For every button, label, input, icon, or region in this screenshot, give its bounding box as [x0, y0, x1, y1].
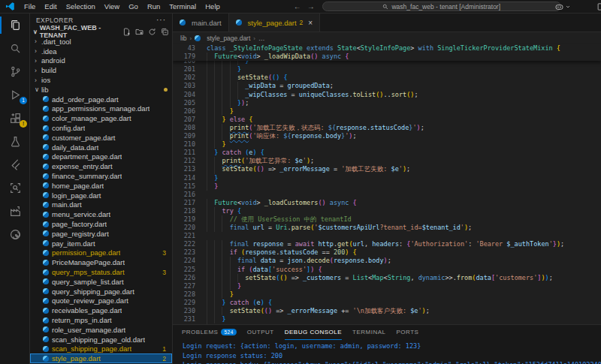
tree-file-scan_shipping_page.dart[interactable]: scan_shipping_page.dart1: [30, 344, 172, 354]
more-actions-icon[interactable]: ···: [156, 16, 166, 24]
code-line[interactable]: 216: [173, 191, 601, 199]
ai-assistant-tab[interactable]: [0, 223, 30, 246]
code-line[interactable]: 209print('响应体: ${response.body}');: [173, 132, 601, 140]
tree-file-role_user_manage.dart[interactable]: role_user_manage.dart: [30, 325, 172, 335]
copilot-menu[interactable]: [554, 2, 571, 12]
refresh-icon[interactable]: [148, 28, 156, 36]
command-center[interactable]: wash_fac_web - tenant [Administrator]: [322, 2, 561, 11]
code-line[interactable]: 231}: [173, 315, 601, 323]
panel-tab-ports[interactable]: PORTS: [396, 325, 418, 340]
code-line[interactable]: 214}: [173, 174, 601, 182]
code-line[interactable]: 223if (response.statusCode == 200) {: [173, 248, 601, 257]
back-icon[interactable]: ←: [294, 2, 301, 11]
tree-file-config.dart[interactable]: config.dart: [30, 123, 172, 133]
tree-file-query_mps_status.dart[interactable]: query_mps_status.dart3: [30, 267, 172, 277]
flutter-tab[interactable]: [0, 153, 30, 176]
source-control-tab[interactable]: [0, 60, 30, 83]
tree-file-page_factory.dart[interactable]: page_factory.dart: [30, 219, 172, 229]
panel-tab-output[interactable]: OUTPUT: [247, 325, 274, 340]
tree-file-expense_entry.dart[interactable]: expense_entry.dart: [30, 161, 172, 171]
close-icon[interactable]: ×: [308, 19, 313, 27]
code-line[interactable]: 207} else {: [173, 116, 601, 124]
code-line[interactable]: 213setState(() => _errorMessage = '加载工艺失…: [173, 165, 601, 173]
tree-file-department_page.dart[interactable]: department_page.dart: [30, 152, 172, 162]
breadcrumb-item[interactable]: lib: [180, 35, 187, 42]
breadcrumb-item[interactable]: style_page.dart: [207, 35, 250, 42]
code-line[interactable]: 224final data = json.decode(response.bod…: [173, 257, 601, 265]
menu-help[interactable]: Help: [201, 0, 225, 14]
menu-selection[interactable]: Selection: [62, 0, 100, 14]
run-debug-tab[interactable]: 1: [0, 83, 30, 107]
layout-icon[interactable]: [596, 2, 601, 11]
code-line[interactable]: 208print('加载工艺失败，状态码: ${response.statusC…: [173, 124, 601, 132]
code-line[interactable]: 205});: [173, 99, 601, 107]
breadcrumb[interactable]: lib›style_page.dart›…: [173, 32, 601, 44]
tree-file-query_sample_list.dart[interactable]: query_sample_list.dart: [30, 277, 172, 287]
menu-view[interactable]: View: [100, 0, 124, 14]
tree-file-finance_summary.dart[interactable]: finance_summary.dart: [30, 171, 172, 181]
tree-folder-build[interactable]: ›build: [30, 65, 172, 75]
panel-tab-problems[interactable]: PROBLEMS524: [182, 325, 237, 340]
tree-file-query_shipping_page.dart[interactable]: query_shipping_page.dart: [30, 287, 172, 296]
search-tab[interactable]: [0, 37, 30, 60]
forward-icon[interactable]: →: [307, 2, 315, 11]
code-line[interactable]: 219// 使用 UserSession 中的 tenantId: [173, 215, 601, 224]
code-line[interactable]: 225if (data['success']) {: [173, 266, 601, 274]
menu-go[interactable]: Go: [124, 0, 143, 14]
panel-tab-debug-console[interactable]: DEBUG CONSOLE: [285, 325, 342, 340]
code-line[interactable]: 228}: [173, 290, 601, 299]
code-line[interactable]: 230setState(() => _errorMessage += '\n加载…: [173, 307, 601, 315]
code-line[interactable]: 221: [173, 232, 601, 240]
tree-file-daily_data.dart[interactable]: daily_data.dart: [30, 143, 172, 152]
explorer-tab[interactable]: [0, 14, 30, 37]
breadcrumb-item[interactable]: …: [258, 35, 265, 42]
code-line[interactable]: 226setState(() => _customers = List<Map<…: [173, 274, 601, 282]
code-line[interactable]: 217Future<void> _loadCustomers() async {: [173, 199, 601, 207]
tree-file-scan_shipping_page_old.dart[interactable]: scan_shipping_page_old.dart: [30, 335, 172, 344]
tree-file-color_manage_page.dart[interactable]: color_manage_page.dart: [30, 113, 172, 123]
tree-file-home_page.dart[interactable]: home_page.dart: [30, 181, 172, 191]
tree-folder-.dart_tool[interactable]: ›.dart_tool: [30, 37, 172, 47]
tree-folder-.idea[interactable]: ›.idea: [30, 47, 172, 56]
collapse-all-icon[interactable]: [161, 28, 169, 36]
tree-file-quote_review_page.dart[interactable]: quote_review_page.dart: [30, 296, 172, 306]
tree-file-PriceManagePage.dart[interactable]: PriceManagePage.dart: [30, 257, 172, 267]
code-line[interactable]: 218try {: [173, 207, 601, 215]
code-line[interactable]: 204_wipClasses = uniqueClasses.toList().…: [173, 91, 601, 99]
menu-terminal[interactable]: Terminal: [165, 0, 201, 14]
tree-file-app_permissions_manage.dart[interactable]: app_permissions_manage.dart: [30, 104, 172, 114]
workspace-section-header[interactable]: ∨ WASH_FAC_WEB - TENANT: [30, 26, 172, 37]
code-line[interactable]: 202setState(() {: [173, 74, 601, 82]
menu-edit[interactable]: Edit: [40, 0, 61, 14]
tree-folder-android[interactable]: ›android: [30, 56, 172, 66]
menu-run[interactable]: Run: [143, 0, 165, 14]
tree-file-permission_page.dart[interactable]: permission_page.dart3: [30, 248, 172, 258]
new-file-icon[interactable]: [122, 28, 131, 36]
testing-tab[interactable]: [0, 130, 30, 153]
tree-file-menu_service.dart[interactable]: menu_service.dart: [30, 209, 172, 219]
tree-file-pay_item.dart[interactable]: pay_item.dart: [30, 239, 172, 248]
code-line[interactable]: 206}: [173, 107, 601, 116]
new-folder-icon[interactable]: [135, 28, 143, 36]
extensions-tab[interactable]: !: [0, 107, 30, 130]
code-line[interactable]: 212print('加载工艺异常: $e');: [173, 157, 601, 165]
code-line[interactable]: 229} catch (e) {: [173, 299, 601, 307]
tree-file-login_page.dart[interactable]: login_page.dart: [30, 191, 172, 200]
code-line[interactable]: 43class _StyleInfoPageState extends Stat…: [173, 44, 601, 53]
tree-folder-lib[interactable]: ∨lib: [30, 85, 172, 95]
tab-main.dart[interactable]: main.dart: [173, 14, 229, 32]
tree-file-return_mps_in.dart[interactable]: return_mps_in.dart: [30, 315, 172, 325]
tree-file-page_registry.dart[interactable]: page_registry.dart: [30, 229, 172, 239]
code-line[interactable]: 227}: [173, 282, 601, 290]
menu-file[interactable]: File: [20, 0, 40, 14]
tree-folder-ios[interactable]: ›ios: [30, 75, 172, 85]
code-line[interactable]: 220final url = Uri.parse('$customersApiU…: [173, 224, 601, 232]
tab-style_page.dart[interactable]: style_page.dart2×: [229, 14, 321, 32]
preview-tab[interactable]: [0, 176, 30, 200]
code-line[interactable]: 211} catch (e) {: [173, 149, 601, 157]
code-line[interactable]: 179Future<void> _loadWipData() async {: [173, 53, 601, 61]
tree-file-customer_page.dart[interactable]: customer_page.dart: [30, 133, 172, 143]
code-line[interactable]: 215}: [173, 182, 601, 191]
code-line[interactable]: 203_wipData = groupedData;: [173, 82, 601, 90]
code-line[interactable]: 222final response = await http.get(url, …: [173, 240, 601, 248]
